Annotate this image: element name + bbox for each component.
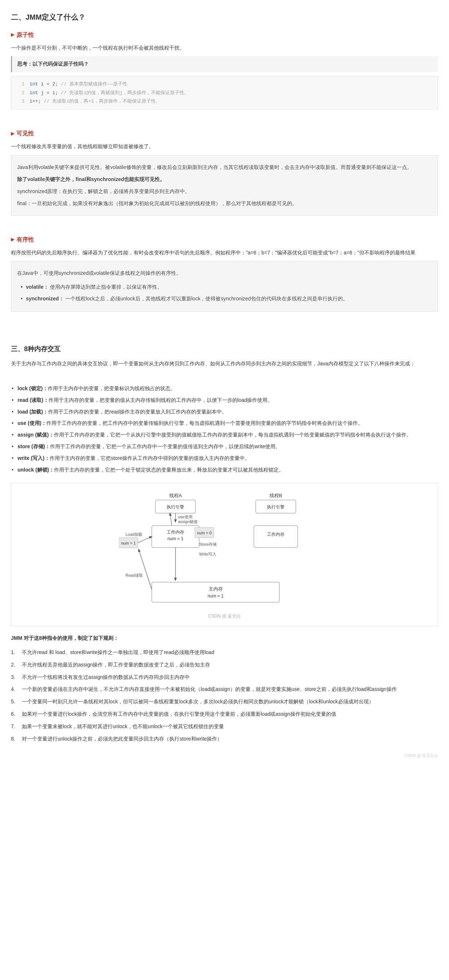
ordering-bullet-list: volatile： 使用内存屏障达到禁止指令重排，以保证有序性。 synchro… — [17, 281, 432, 305]
op-store: store (存储)：作用于工作内存的变量，它把一个从工作内存中一个变量的值传送… — [11, 441, 438, 453]
rule-4: 一个新的变量必须在主内存中诞生，不允许工作内存直接使用一个未被初始化（load或… — [11, 683, 438, 696]
visibility-line3: synchronized原理：在执行完，解锁之前，必须将共享变量同步到主内存中。 — [17, 187, 432, 196]
svg-text:Load加载: Load加载 — [125, 532, 142, 536]
ordering-bullet-1: volatile： 使用内存屏障达到禁止指令重排，以保证有序性。 — [21, 281, 432, 293]
svg-text:执行引擎: 执行引擎 — [167, 504, 184, 509]
rule-3: 不允许一个线程将没有发生过assign操作的数据从工作内存同步回主内存中 — [11, 671, 438, 684]
svg-text:Write写入: Write写入 — [199, 552, 216, 556]
ordering-intro: 在Java中，可使用synchronized或volatile保证多线程之间操作… — [17, 269, 432, 278]
svg-text:Store存储: Store存储 — [199, 542, 217, 546]
memory-diagram: 线程A 线程B 执行引擎 执行引擎 use使用 assign赋值 工作内存 nu… — [11, 483, 438, 626]
rule-6: 如果对一个变量进行lock操作，会清空所有工作内存中此变量的值，在执行引擎使用这… — [11, 708, 438, 721]
think-box: 思考：以下代码保证原子性吗？ — [11, 56, 438, 72]
code-line-3: 3 i++; // 先读取i的值，再+1，两步操作，不能保证原子性。 — [16, 97, 433, 105]
svg-line-28 — [170, 513, 172, 526]
synchronized-text: 一个线程lock之后，必须unlock后，其他线程才可以重新lock，使得被sy… — [65, 296, 348, 301]
svg-text:线程B: 线程B — [269, 493, 282, 498]
rule-7: 如果一个变量未被lock，就不能对其进行unlock，也不能unlock一个被其… — [11, 721, 438, 733]
watermark: CSDN @ 蓝天白云 — [11, 752, 438, 759]
svg-text:线程A: 线程A — [169, 493, 182, 498]
atomicity-heading: 原子性 — [11, 30, 438, 40]
visibility-heading: 可见性 — [11, 129, 438, 138]
svg-line-22 — [138, 536, 152, 543]
op-assign: assign (赋值)：作用于工作内存的变量，它把一个从执行引擎中接受到的值赋值… — [11, 429, 438, 441]
rules-section: JMM 对于这8种指令的使用，制定了如下规则： 不允许read 和 load、s… — [11, 634, 438, 745]
svg-text:Read读取: Read读取 — [125, 573, 143, 578]
visibility-line2: 除了volatile关键字之外，final和synchronized也能实现可见… — [17, 175, 432, 184]
op-read: read (读取)：作用于主内存的变量，把变量的值从主内存传输到线程的工作内存中… — [11, 395, 438, 406]
section3-title: 三、8种内存交互 — [11, 344, 438, 355]
svg-text:assign赋值: assign赋值 — [178, 519, 198, 524]
rule-2: 不允许线程丢弃他最近的assign操作，即工作变量的数据改变了之后，必须告知主存 — [11, 659, 438, 671]
svg-text:工作内存: 工作内存 — [267, 532, 284, 537]
op-use: use (使用)：作用于工作内存的变量，把工作内存中的变量传输到执行引擎，每当虚… — [11, 418, 438, 429]
ordering-bullet-2: synchronized： 一个线程lock之后，必须unlock后，其他线程才… — [21, 293, 432, 305]
line-num-2: 2 — [16, 89, 24, 97]
rules-list: 不允许read 和 load、store和write操作之一单独出现，即使用了r… — [11, 646, 438, 745]
svg-text:主内存: 主内存 — [208, 586, 222, 592]
svg-text:num = 1: num = 1 — [167, 536, 184, 541]
visibility-box: Java利用volatile关键字来提供可见性。被volatile修饰的变量，修… — [11, 155, 438, 216]
ordering-desc: 程序按照代码的先后顺序执行。编译器为了优化性能，有时会改变程序中语句的先后顺序。… — [11, 248, 438, 257]
op-lock: lock (锁定)：作用于主内存中的变量，把变量标识为线程独占的状态。 — [11, 383, 438, 395]
op-write: write (写入)：作用于主内存的变量，它把store操作从工作内存中得到的变… — [11, 453, 438, 464]
rule-1: 不允许read 和 load、store和write操作之一单独出现，即使用了r… — [11, 646, 438, 659]
rules-title: JMM 对于这8种指令的使用，制定了如下规则： — [11, 634, 438, 643]
section2-title: 二、JMM定义了什么？ — [11, 11, 438, 23]
section3-desc: 关于主内存与工作内存之间的具体交互协议，即一个变量如何从主内存拷贝到工作内存、如… — [11, 359, 438, 368]
code-content-3: i++; // 先读取i的值，再+1，两步操作，不能保证原子性。 — [30, 97, 160, 105]
svg-text:num = 1: num = 1 — [121, 541, 135, 545]
svg-text:num = 0: num = 0 — [197, 531, 211, 535]
think-label: 思考：以下代码保证原子性吗？ — [17, 61, 89, 67]
op-load: load (加载)：作用于工作内存的变量，把read操作主存的变量放入到工作内存… — [11, 406, 438, 418]
svg-text:use使用: use使用 — [178, 515, 193, 519]
svg-text:num = 1: num = 1 — [208, 593, 224, 598]
svg-text:工作内存: 工作内存 — [167, 530, 184, 535]
atomicity-desc: 一个操作是不可分割，不可中断的，一个线程在执行时不会被其他线程干扰。 — [11, 43, 438, 52]
svg-text:执行引擎: 执行引擎 — [267, 504, 284, 509]
code-block: 1 int i = 2; // 基本类型赋值操作——原子性 2 int j = … — [11, 76, 438, 110]
rule-5: 一个变量同一时刻只允许一条线程对其lock，但可以被同一条线程重复lock多次，… — [11, 696, 438, 708]
ordering-box: 在Java中，可使用synchronized或volatile保证多线程之间操作… — [11, 261, 438, 311]
code-content-1: int i = 2; // 基本类型赋值操作——原子性 — [30, 80, 127, 88]
volatile-text: 使用内存屏障达到禁止指令重排，以保证有序性。 — [50, 284, 162, 290]
synchronized-label: synchronized： — [26, 296, 64, 301]
code-content-2: int j = i; // 先读取i的值，再赋值到j，两步操作，不能保证原子性。 — [30, 89, 189, 97]
rule-8: 对一个变量进行unlock操作之前，必须先把此变量同步回主内存（执行store和… — [11, 733, 438, 745]
op-unlock: unlock (解锁)：作用于主内存的变量，它把一个处于锁定状态的变量释放出来，… — [11, 464, 438, 476]
code-line-2: 2 int j = i; // 先读取i的值，再赋值到j，两步操作，不能保证原子… — [16, 89, 433, 97]
svg-line-27 — [139, 549, 152, 589]
volatile-label: volatile： — [26, 284, 49, 290]
visibility-desc: 一个线程修改共享变量的值，其他线程能够立即知道被修改了。 — [11, 142, 438, 151]
ordering-heading: 有序性 — [11, 235, 438, 245]
svg-rect-24 — [152, 582, 279, 602]
code-line-1: 1 int i = 2; // 基本类型赋值操作——原子性 — [16, 80, 433, 88]
diagram-caption: CSDN @ 蓝天白 — [208, 612, 241, 620]
diagram-svg: 线程A 线程B 执行引擎 执行引擎 use使用 assign赋值 工作内存 nu… — [119, 489, 330, 609]
visibility-line4: final：一旦初始化完成，如果没有对象逸出（指对象为初始化完成就可以被别的线程… — [17, 199, 432, 208]
line-num-1: 1 — [16, 80, 24, 88]
operations-list: lock (锁定)：作用于主内存中的变量，把变量标识为线程独占的状态。 read… — [11, 383, 438, 476]
line-num-3: 3 — [16, 97, 24, 105]
visibility-line1: Java利用volatile关键字来提供可见性。被volatile修饰的变量，修… — [17, 163, 432, 172]
